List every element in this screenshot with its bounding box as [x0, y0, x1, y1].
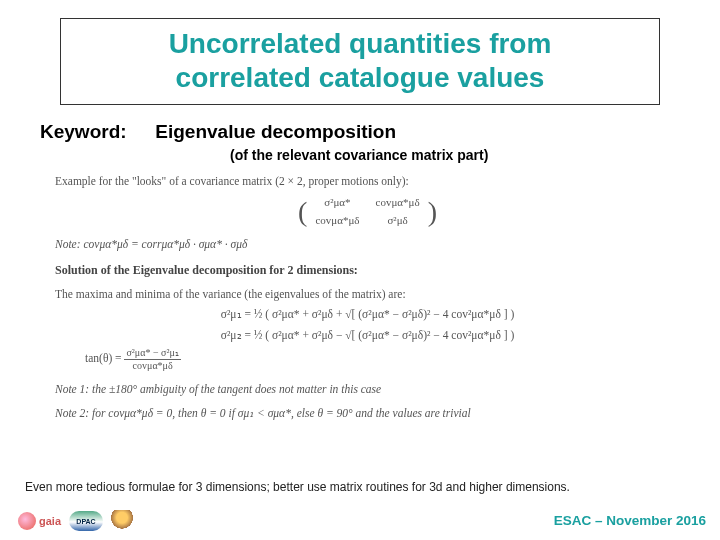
footer: gaia DPAC ESAC – November 2016 — [0, 502, 720, 534]
eq3-den: covμα*μδ — [124, 360, 180, 371]
cov-m12: covμα*μδ — [368, 194, 428, 212]
eq3-num: σ²μα* − σ²μ₁ — [124, 348, 180, 360]
cov-m11: σ²μα* — [307, 194, 367, 212]
keyword-label: Keyword: — [40, 121, 150, 143]
note-cov: Note: covμα*μδ = corrμα*μδ · σμα* · σμδ — [55, 236, 680, 253]
cov-m22: σ²μδ — [368, 212, 428, 230]
solution-sub: The maxima and minima of the variance (t… — [55, 286, 680, 303]
cov-m21: covμα*μδ — [307, 212, 367, 230]
math-area: Example for the "looks" of a covariance … — [55, 173, 680, 422]
keyword-sub: (of the relevant covariance matrix part) — [230, 147, 720, 163]
bottom-note: Even more tedious formulae for 3 dimensi… — [25, 480, 695, 494]
eq2-rhs: ½ ( σ²μα* + σ²μδ − √[ (σ²μα* − σ²μδ)² − … — [254, 329, 515, 341]
title-line-1: Uncorrelated quantities from — [73, 27, 647, 61]
eigenvalue-eq-2: σ²μ₂ = ½ ( σ²μα* + σ²μδ − √[ (σ²μα* − σ²… — [55, 327, 680, 344]
eq1-lhs: σ²μ₁ = — [221, 308, 251, 320]
title-line-2: correlated catalogue values — [73, 61, 647, 95]
keyword-value: Eigenvalue decomposition — [155, 121, 396, 143]
gaia-logo: gaia — [18, 512, 61, 530]
keyword-row: Keyword: Eigenvalue decomposition — [40, 121, 720, 143]
note-1: Note 1: the ±180° ambiguity of the tange… — [55, 381, 680, 398]
covariance-matrix: ( σ²μα*covμα*μδ covμα*μδσ²μδ ) — [55, 194, 680, 230]
eigenvalue-eq-1: σ²μ₁ = ½ ( σ²μα* + σ²μδ + √[ (σ²μα* − σ²… — [55, 306, 680, 323]
gaia-swirl-icon — [18, 512, 36, 530]
footer-right-text: ESAC – November 2016 — [554, 513, 706, 528]
dpac-logo: DPAC — [69, 511, 103, 531]
solution-heading: Solution of the Eigenvalue decomposition… — [55, 262, 680, 279]
footer-logos: gaia DPAC — [18, 510, 133, 532]
example-label: Example for the "looks" of a covariance … — [55, 173, 680, 190]
gaia-logo-text: gaia — [39, 515, 61, 527]
eq1-rhs: ½ ( σ²μα* + σ²μδ + √[ (σ²μα* − σ²μδ)² − … — [254, 308, 515, 320]
title-box: Uncorrelated quantities from correlated … — [60, 18, 660, 105]
eq3-lhs: tan(θ) = — [85, 352, 122, 364]
eq2-lhs: σ²μ₂ = — [221, 329, 251, 341]
note-2: Note 2: for covμα*μδ = 0, then θ = 0 if … — [55, 405, 680, 422]
crown-logo-icon — [111, 510, 133, 532]
tan-theta-eq: tan(θ) = σ²μα* − σ²μ₁ covμα*μδ — [85, 348, 680, 371]
